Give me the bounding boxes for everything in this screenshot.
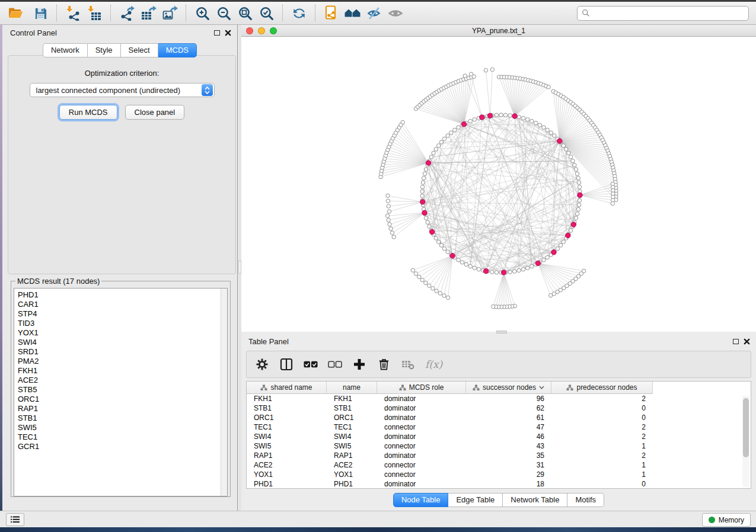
network-node[interactable] [503,113,507,117]
network-node[interactable] [473,266,476,270]
network-node[interactable] [546,128,549,132]
run-mcds-button[interactable]: Run MCDS [59,105,117,120]
mcds-hub-node[interactable] [450,254,455,258]
network-node[interactable] [414,272,417,275]
export-network-icon[interactable] [116,4,138,22]
settings-gear-icon[interactable] [255,357,269,371]
mcds-hub-node[interactable] [483,268,488,273]
network-node[interactable] [517,268,521,272]
open-file-icon[interactable] [5,4,26,22]
network-node[interactable] [611,201,614,205]
network-node[interactable] [574,168,578,171]
network-node[interactable] [576,176,580,180]
network-node[interactable] [571,159,575,163]
float-panel-icon[interactable] [733,339,739,344]
task-list-button[interactable] [6,513,24,526]
network-node[interactable] [460,261,464,264]
network-node[interactable] [542,258,546,262]
network-node[interactable] [420,278,424,281]
network-node[interactable] [432,151,435,155]
network-node[interactable] [534,121,538,124]
network-node[interactable] [446,296,449,299]
network-node[interactable] [538,123,541,127]
network-node[interactable] [578,198,581,202]
network-node[interactable] [446,250,449,254]
network-node[interactable] [468,264,472,268]
delete-column-icon[interactable] [377,357,391,371]
network-node[interactable] [420,194,424,198]
network-node[interactable] [530,119,534,123]
network-node[interactable] [457,258,460,262]
column-header-successor-nodes[interactable]: successor nodes [466,382,551,394]
network-node[interactable] [562,144,565,148]
network-node[interactable] [439,243,443,247]
network-node[interactable] [569,155,572,159]
table-row[interactable]: SWI4SWI4dominator462 [247,432,751,441]
result-list-item[interactable]: SRD1 [18,347,227,357]
network-node[interactable] [417,275,421,278]
network-node[interactable] [521,267,525,271]
tab-network-table[interactable]: Network Table [503,493,567,507]
mcds-result-list[interactable]: PHD1CAR1STP4TID3YOX1SWI4SRD1PMA2FKH1ACE2… [14,288,228,496]
network-node[interactable] [386,194,390,197]
network-node[interactable] [421,181,425,184]
search-field[interactable] [577,6,749,21]
result-list-item[interactable]: ACE2 [18,376,227,385]
mcds-hub-node[interactable] [566,233,570,238]
memory-button[interactable]: Memory [702,513,751,527]
network-node[interactable] [423,172,426,175]
export-image-icon[interactable] [159,4,180,22]
share-document-icon[interactable] [321,4,342,22]
network-node[interactable] [429,155,433,159]
mcds-hub-node[interactable] [426,161,430,165]
network-node[interactable] [420,190,424,193]
tab-style[interactable]: Style [88,43,121,57]
network-node[interactable] [420,185,424,188]
mcds-hub-node[interactable] [487,113,492,118]
mcds-hub-node[interactable] [557,139,562,143]
result-list-item[interactable]: PHD1 [18,290,227,300]
network-node[interactable] [442,247,446,251]
table-scrollbar[interactable] [742,396,749,487]
network-node[interactable] [386,199,390,203]
network-node[interactable] [437,144,441,148]
network-node[interactable] [490,68,494,71]
table-row[interactable]: FKH1FKH1dominator962 [247,394,751,403]
search-input[interactable] [593,9,744,17]
tab-network[interactable]: Network [43,43,88,57]
network-node[interactable] [453,128,457,132]
table-row[interactable]: TEC1TEC1connector472 [247,422,751,432]
network-node[interactable] [387,204,390,208]
mcds-hub-node[interactable] [461,121,466,126]
mcds-hub-node[interactable] [571,222,576,227]
network-node[interactable] [473,118,476,121]
network-node[interactable] [562,240,565,243]
hide-selected-eye-icon[interactable] [363,4,385,22]
network-node[interactable] [578,185,581,188]
network-node[interactable] [401,120,404,124]
network-node[interactable] [438,291,442,295]
network-node[interactable] [442,294,446,297]
network-node[interactable] [392,235,395,239]
network-node[interactable] [508,114,512,117]
network-node[interactable] [434,236,438,240]
network-node[interactable] [439,140,443,144]
network-node[interactable] [526,118,529,121]
tab-mcds[interactable]: MCDS [158,43,197,57]
mcds-hub-node[interactable] [480,115,484,120]
result-list-item[interactable]: SWI5 [18,423,227,432]
network-node[interactable] [389,227,393,230]
mcds-hub-node[interactable] [535,261,540,265]
result-list-item[interactable]: STP4 [18,309,227,319]
network-node[interactable] [549,131,553,134]
import-network-icon[interactable] [62,4,84,22]
mcds-hub-node[interactable] [420,200,425,204]
zoom-in-icon[interactable] [192,4,213,22]
result-list-item[interactable]: STB1 [18,414,227,423]
network-node[interactable] [385,214,389,217]
network-node[interactable] [530,264,534,268]
result-list-scrollbar[interactable] [221,289,227,496]
close-panel-button[interactable]: Close panel [125,105,185,120]
network-node[interactable] [575,172,579,175]
network-node[interactable] [567,151,570,155]
